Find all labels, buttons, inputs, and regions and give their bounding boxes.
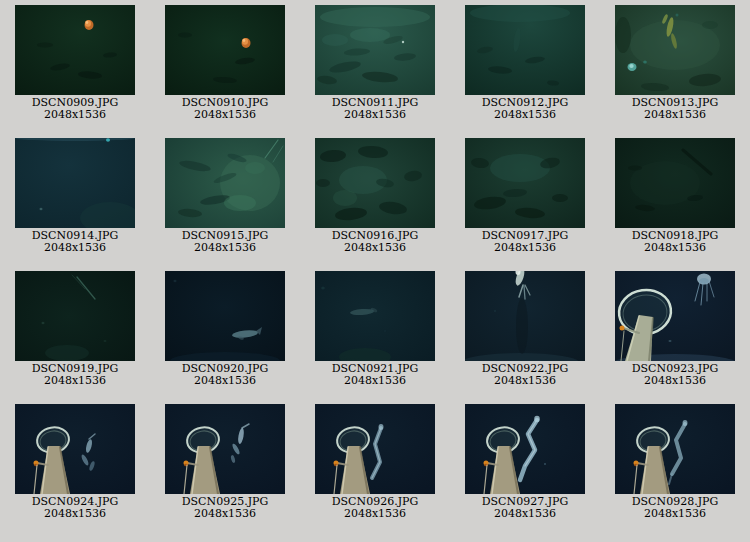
thumbnail-image[interactable] — [615, 138, 735, 228]
thumbnail-item[interactable]: DSCN0923.JPG 2048x1536 — [600, 271, 750, 404]
thumbnail-item[interactable]: DSCN0925.JPG 2048x1536 — [150, 404, 300, 537]
thumbnail-caption: DSCN0915.JPG 2048x1536 — [182, 230, 269, 254]
thumbnail-item[interactable]: DSCN0927.JPG 2048x1536 — [450, 404, 600, 537]
thumbnail-image[interactable] — [615, 404, 735, 494]
thumbnail-caption: DSCN0917.JPG 2048x1536 — [482, 230, 569, 254]
thumbnail-image[interactable] — [165, 404, 285, 494]
thumbnail-caption: DSCN0920.JPG 2048x1536 — [182, 363, 269, 387]
thumbnail-image[interactable] — [15, 271, 135, 361]
thumbnail-item[interactable]: DSCN0909.JPG 2048x1536 — [0, 5, 150, 138]
thumbnail-caption: DSCN0922.JPG 2048x1536 — [482, 363, 569, 387]
dimensions-label: 2048x1536 — [632, 508, 719, 520]
thumbnail-item[interactable]: DSCN0915.JPG 2048x1536 — [150, 138, 300, 271]
thumbnail-image[interactable] — [315, 138, 435, 228]
dimensions-label: 2048x1536 — [632, 375, 719, 387]
thumbnail-image[interactable] — [465, 404, 585, 494]
thumbnail-caption: DSCN0912.JPG 2048x1536 — [482, 97, 569, 121]
thumbnail-image[interactable] — [315, 5, 435, 95]
thumbnail-image[interactable] — [315, 271, 435, 361]
thumbnail-caption: DSCN0925.JPG 2048x1536 — [182, 496, 269, 520]
thumbnail-item[interactable]: DSCN0928.JPG 2048x1536 — [600, 404, 750, 537]
thumbnail-image[interactable] — [465, 5, 585, 95]
dimensions-label: 2048x1536 — [32, 375, 119, 387]
thumbnail-caption: DSCN0910.JPG 2048x1536 — [182, 97, 269, 121]
thumbnail-caption: DSCN0927.JPG 2048x1536 — [482, 496, 569, 520]
thumbnail-image[interactable] — [315, 404, 435, 494]
dimensions-label: 2048x1536 — [182, 242, 269, 254]
dimensions-label: 2048x1536 — [482, 508, 569, 520]
thumbnail-grid: DSCN0909.JPG 2048x1536 DSCN0910.JPG 2048… — [0, 0, 750, 537]
thumbnail-item[interactable]: DSCN0919.JPG 2048x1536 — [0, 271, 150, 404]
dimensions-label: 2048x1536 — [182, 375, 269, 387]
thumbnail-item[interactable]: DSCN0926.JPG 2048x1536 — [300, 404, 450, 537]
thumbnail-image[interactable] — [165, 138, 285, 228]
thumbnail-caption: DSCN0921.JPG 2048x1536 — [332, 363, 419, 387]
thumbnail-caption: DSCN0909.JPG 2048x1536 — [32, 97, 119, 121]
thumbnail-item[interactable]: DSCN0920.JPG 2048x1536 — [150, 271, 300, 404]
dimensions-label: 2048x1536 — [182, 109, 269, 121]
thumbnail-caption: DSCN0919.JPG 2048x1536 — [32, 363, 119, 387]
thumbnail-item[interactable]: DSCN0921.JPG 2048x1536 — [300, 271, 450, 404]
thumbnail-item[interactable]: DSCN0917.JPG 2048x1536 — [450, 138, 600, 271]
thumbnail-item[interactable]: DSCN0916.JPG 2048x1536 — [300, 138, 450, 271]
dimensions-label: 2048x1536 — [482, 242, 569, 254]
thumbnail-caption: DSCN0918.JPG 2048x1536 — [632, 230, 719, 254]
thumbnail-image[interactable] — [615, 5, 735, 95]
thumbnail-image[interactable] — [15, 138, 135, 228]
dimensions-label: 2048x1536 — [332, 242, 419, 254]
thumbnail-image[interactable] — [165, 271, 285, 361]
thumbnail-image[interactable] — [15, 5, 135, 95]
thumbnail-item[interactable]: DSCN0914.JPG 2048x1536 — [0, 138, 150, 271]
thumbnail-image[interactable] — [15, 404, 135, 494]
dimensions-label: 2048x1536 — [32, 242, 119, 254]
dimensions-label: 2048x1536 — [482, 375, 569, 387]
thumbnail-caption: DSCN0928.JPG 2048x1536 — [632, 496, 719, 520]
dimensions-label: 2048x1536 — [482, 109, 569, 121]
thumbnail-item[interactable]: DSCN0913.JPG 2048x1536 — [600, 5, 750, 138]
thumbnail-item[interactable]: DSCN0922.JPG 2048x1536 — [450, 271, 600, 404]
thumbnail-item[interactable]: DSCN0911.JPG 2048x1536 — [300, 5, 450, 138]
thumbnail-item[interactable]: DSCN0910.JPG 2048x1536 — [150, 5, 300, 138]
thumbnail-image[interactable] — [465, 138, 585, 228]
thumbnail-item[interactable]: DSCN0924.JPG 2048x1536 — [0, 404, 150, 537]
thumbnail-item[interactable]: DSCN0918.JPG 2048x1536 — [600, 138, 750, 271]
thumbnail-caption: DSCN0914.JPG 2048x1536 — [32, 230, 119, 254]
thumbnail-image[interactable] — [165, 5, 285, 95]
thumbnail-image[interactable] — [465, 271, 585, 361]
dimensions-label: 2048x1536 — [182, 508, 269, 520]
dimensions-label: 2048x1536 — [332, 375, 419, 387]
thumbnail-caption: DSCN0916.JPG 2048x1536 — [332, 230, 419, 254]
thumbnail-caption: DSCN0926.JPG 2048x1536 — [332, 496, 419, 520]
dimensions-label: 2048x1536 — [332, 109, 419, 121]
thumbnail-caption: DSCN0913.JPG 2048x1536 — [632, 97, 719, 121]
thumbnail-item[interactable]: DSCN0912.JPG 2048x1536 — [450, 5, 600, 138]
thumbnail-caption: DSCN0911.JPG 2048x1536 — [332, 97, 419, 121]
dimensions-label: 2048x1536 — [32, 109, 119, 121]
dimensions-label: 2048x1536 — [332, 508, 419, 520]
thumbnail-caption: DSCN0923.JPG 2048x1536 — [632, 363, 719, 387]
dimensions-label: 2048x1536 — [632, 242, 719, 254]
dimensions-label: 2048x1536 — [632, 109, 719, 121]
thumbnail-image[interactable] — [615, 271, 735, 361]
dimensions-label: 2048x1536 — [32, 508, 119, 520]
thumbnail-caption: DSCN0924.JPG 2048x1536 — [32, 496, 119, 520]
